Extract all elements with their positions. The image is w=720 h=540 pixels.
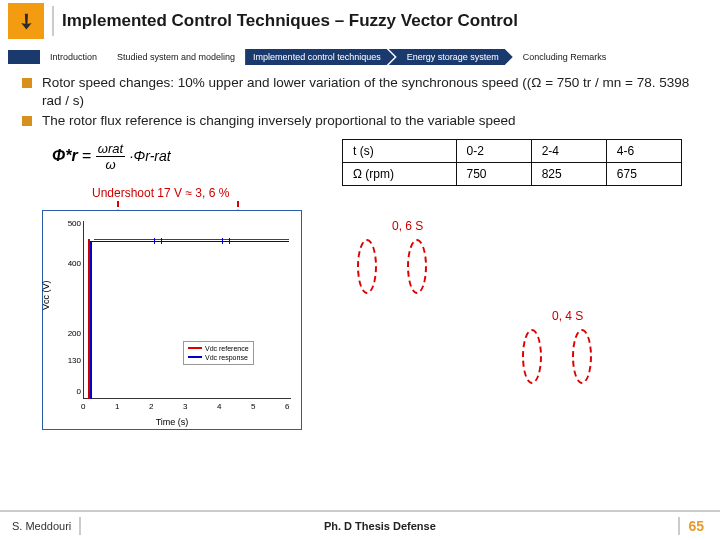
bullet-icon	[22, 116, 32, 126]
dash-ellipse-1	[357, 239, 377, 294]
dash-ellipse-2	[407, 239, 427, 294]
slide-title: Implemented Control Techniques – Fuzzy V…	[62, 11, 518, 31]
trace-response	[92, 241, 289, 242]
data-table: t (s) 0-2 2-4 4-6 Ω (rpm) 750 825 675	[342, 139, 682, 186]
undershoot-label: Undershoot 17 V ≈ 3, 6 %	[92, 186, 332, 200]
nav-energy-storage: Energy storage system	[389, 49, 513, 65]
nav-introduction: Introduction	[40, 49, 107, 65]
nav-accent	[8, 50, 40, 64]
chart-legend: Vdc reference Vdc response	[183, 341, 254, 365]
footer-center: Ph. D Thesis Defense	[89, 520, 670, 532]
nav-implemented: Implemented control techniques	[245, 49, 395, 65]
page-number: 65	[688, 518, 704, 534]
title-separator	[52, 6, 54, 36]
trace-reference	[94, 239, 289, 240]
bullet-1: Rotor speed changes: 10% upper and lower…	[42, 74, 698, 110]
footer-sep	[678, 517, 680, 535]
footer-author: S. Meddouri	[12, 520, 71, 532]
nav-concluding: Concluding Remarks	[513, 49, 617, 65]
region-label-1: 0, 6 S	[392, 219, 423, 233]
chart-ylabel: Vcc (V)	[41, 280, 51, 310]
dash-ellipse-4	[572, 329, 592, 384]
formula: Φ*r = ωrat ω ·Φr-rat	[52, 141, 332, 172]
dash-ellipse-3	[522, 329, 542, 384]
chart-xlabel: Time (s)	[156, 417, 189, 427]
footer-sep	[79, 517, 81, 535]
logo-icon: ➘	[8, 3, 44, 39]
chart: Vcc (V) Time (s) 500 400 200 130 0 0 1 2…	[42, 210, 302, 430]
bullet-2: The rotor flux reference is changing inv…	[42, 112, 516, 130]
bullet-icon	[22, 78, 32, 88]
nav-studied-system: Studied system and modeling	[107, 49, 245, 65]
breadcrumb: Introduction Studied system and modeling…	[0, 46, 720, 68]
region-label-2: 0, 4 S	[552, 309, 583, 323]
